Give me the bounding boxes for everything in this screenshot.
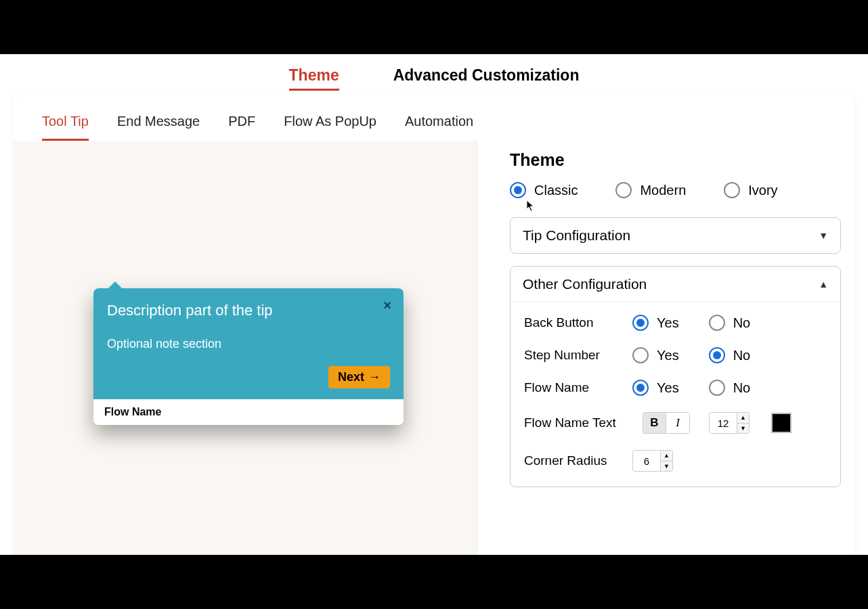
radio-label: Classic: [534, 183, 578, 198]
tooltip-body: × Description part of the tip Optional n…: [93, 288, 404, 399]
config-area: Theme Classic Modern Ivory: [477, 141, 854, 609]
tab-theme[interactable]: Theme: [289, 66, 339, 91]
radio-icon: [709, 315, 725, 331]
label-back-button: Back Button: [524, 315, 632, 330]
radio-icon: [615, 182, 632, 198]
accordion-title: Tip Configuration: [523, 227, 630, 244]
radio-icon: [632, 315, 649, 331]
stepper-down-icon[interactable]: ▼: [737, 424, 749, 434]
back-button-no[interactable]: No: [709, 315, 751, 331]
color-swatch[interactable]: [771, 413, 791, 433]
tab-advanced-customization[interactable]: Advanced Customization: [393, 66, 580, 91]
radio-label: No: [733, 315, 751, 331]
radio-icon: [632, 347, 649, 363]
back-button-yes[interactable]: Yes: [632, 315, 679, 331]
arrow-right-icon: →: [368, 370, 381, 384]
config-heading: Theme: [510, 150, 841, 170]
label-flow-name-text: Flow Name Text: [524, 415, 643, 430]
bold-button[interactable]: B: [643, 413, 666, 433]
theme-option-classic[interactable]: Classic: [510, 182, 578, 198]
subtab-pdf[interactable]: PDF: [228, 114, 255, 141]
radio-icon: [510, 182, 526, 198]
stepper-down-icon[interactable]: ▼: [661, 461, 672, 472]
radio-label: Yes: [657, 315, 679, 331]
sub-tabs: Tool Tip End Message PDF Flow As PopUp A…: [14, 95, 854, 141]
chevron-down-icon: ▼: [819, 230, 828, 241]
tooltip-note: Optional note section: [107, 337, 390, 351]
preview-area: × Description part of the tip Optional n…: [14, 141, 477, 609]
next-button[interactable]: Next →: [328, 366, 390, 388]
corner-radius-stepper[interactable]: ▲ ▼: [632, 450, 673, 472]
theme-option-ivory[interactable]: Ivory: [724, 182, 777, 198]
radio-icon: [709, 380, 725, 396]
radio-label: Yes: [657, 348, 679, 363]
subtab-automation[interactable]: Automation: [405, 114, 473, 141]
label-corner-radius: Corner Radius: [524, 453, 632, 468]
top-tabs: Theme Advanced Customization: [0, 54, 868, 91]
label-flow-name: Flow Name: [524, 380, 632, 395]
radio-icon: [724, 182, 740, 198]
step-number-yes[interactable]: Yes: [632, 347, 679, 363]
bold-italic-toggle: B I: [643, 412, 690, 434]
cursor-icon: [526, 200, 536, 215]
radio-label: No: [733, 380, 751, 396]
tooltip-description: Description part of the tip: [107, 302, 390, 319]
tooltip-preview-card: × Description part of the tip Optional n…: [93, 288, 404, 425]
radio-icon: [709, 347, 725, 363]
accordion-tip-configuration[interactable]: Tip Configuration ▼: [510, 217, 841, 254]
accordion-title: Other Configuration: [523, 276, 647, 292]
subtab-tooltip[interactable]: Tool Tip: [42, 114, 89, 141]
step-number-no[interactable]: No: [709, 347, 751, 363]
flow-name-no[interactable]: No: [709, 380, 751, 396]
main-panel: Tool Tip End Message PDF Flow As PopUp A…: [14, 95, 854, 609]
subtab-end-message[interactable]: End Message: [117, 114, 200, 141]
radio-icon: [632, 380, 649, 396]
letterbox-top: [0, 0, 868, 54]
font-size-stepper[interactable]: ▲ ▼: [709, 412, 750, 434]
radio-label: Ivory: [748, 183, 777, 198]
stepper-up-icon[interactable]: ▲: [661, 451, 672, 461]
accordion-other-configuration: Other Configuration ▲ Back Button Yes: [510, 266, 841, 487]
flow-name-yes[interactable]: Yes: [632, 380, 679, 396]
corner-radius-input[interactable]: [633, 451, 660, 471]
letterbox-bottom: [0, 555, 868, 609]
stepper-up-icon[interactable]: ▲: [737, 413, 749, 424]
accordion-header-other[interactable]: Other Configuration ▲: [511, 267, 840, 302]
radio-label: Modern: [640, 183, 686, 198]
radio-label: Yes: [657, 380, 679, 396]
italic-button[interactable]: I: [666, 413, 689, 433]
subtab-flow-popup[interactable]: Flow As PopUp: [284, 114, 376, 141]
font-size-input[interactable]: [710, 413, 737, 433]
theme-radio-row: Classic Modern Ivory: [510, 182, 841, 198]
close-icon[interactable]: ×: [383, 298, 391, 313]
theme-option-modern[interactable]: Modern: [615, 182, 686, 198]
chevron-up-icon: ▲: [819, 279, 828, 290]
tooltip-footer: Flow Name: [93, 399, 404, 425]
next-button-label: Next: [338, 370, 364, 384]
tooltip-arrow-icon: [108, 281, 122, 288]
radio-label: No: [733, 348, 751, 363]
label-step-number: Step Number: [524, 348, 632, 363]
